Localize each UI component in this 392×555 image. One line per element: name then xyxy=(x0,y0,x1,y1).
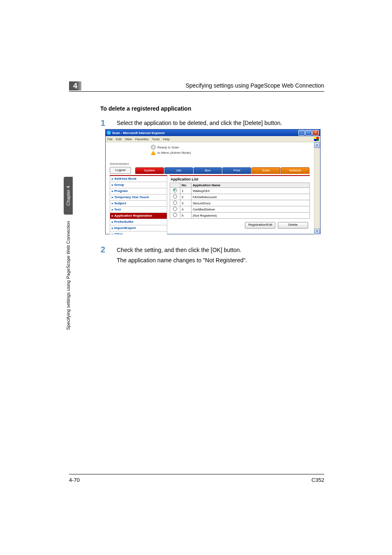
browser-window: Scan - Microsoft Internet Explorer _ □ X… xyxy=(105,129,321,234)
windows-flag-icon xyxy=(314,137,319,141)
window-title: Scan - Microsoft Internet Explorer xyxy=(112,131,165,135)
sidebar-item-program[interactable]: Program xyxy=(110,188,167,194)
table-row[interactable]: 5 (Not Registered) xyxy=(170,213,310,219)
footer-model: C352 xyxy=(311,477,324,483)
menubar: File Edit View Favorites Tools Help xyxy=(106,136,320,142)
application-list-table: No. Application Name 1 WalkupFAX 2 FAXwi… xyxy=(170,183,310,219)
table-row[interactable]: 1 WalkupFAX xyxy=(170,188,310,194)
header-rule xyxy=(69,91,324,92)
table-row[interactable]: 3 SecureDocs xyxy=(170,200,310,206)
sidebar-item-temp-one-touch[interactable]: Temporary One-Touch xyxy=(110,194,167,201)
minimize-button[interactable]: _ xyxy=(298,130,305,136)
section-heading: To delete a registered application xyxy=(100,105,191,112)
cell-no: 4 xyxy=(180,206,191,213)
radio-icon[interactable] xyxy=(173,194,177,199)
sidebar-item-text[interactable]: Text xyxy=(110,207,167,213)
tab-scan[interactable]: Scan xyxy=(251,167,280,174)
col-app-name: Application Name xyxy=(191,183,310,188)
sidebar-item-group[interactable]: Group xyxy=(110,182,167,188)
step-1-text: Select the application to be deleted, an… xyxy=(117,120,324,126)
status-warn-icon xyxy=(151,150,156,155)
cell-no: 1 xyxy=(180,188,191,194)
scroll-down-icon[interactable]: ▾ xyxy=(314,229,320,234)
menu-edit[interactable]: Edit xyxy=(116,137,122,141)
status-ready-text: Ready to Scan xyxy=(157,146,179,149)
menu-view[interactable]: View xyxy=(125,137,132,141)
radio-icon[interactable] xyxy=(173,201,177,205)
menu-tools[interactable]: Tools xyxy=(152,137,160,141)
tab-box[interactable]: Box xyxy=(194,167,222,174)
status-menu-link[interactable]: to Menu (Admin Mode) xyxy=(157,151,191,155)
cell-name: FAXwithAccount xyxy=(191,194,310,200)
footer-rule xyxy=(69,474,324,474)
tab-print[interactable]: Print xyxy=(222,167,251,174)
sidebar-item-app-registration[interactable]: Application Registration xyxy=(110,213,167,219)
cell-no: 3 xyxy=(180,200,191,206)
admin-label: Administrator xyxy=(110,162,129,166)
radio-icon[interactable] xyxy=(173,188,177,192)
cell-no: 2 xyxy=(180,194,191,200)
menu-file[interactable]: File xyxy=(107,137,113,141)
cell-name: CertifiedDeliver xyxy=(191,206,310,213)
sidebar-item-address-book[interactable]: Address Book xyxy=(110,176,167,182)
cell-no: 5 xyxy=(180,213,191,219)
browser-content: Ready to Scan to Menu (Admin Mode) Admin… xyxy=(106,142,314,234)
table-row[interactable]: 4 CertifiedDeliver xyxy=(170,206,310,213)
radio-icon[interactable] xyxy=(173,207,177,211)
scroll-up-icon[interactable]: ▴ xyxy=(314,142,320,148)
menu-favorites[interactable]: Favorites xyxy=(135,137,149,141)
main-panel: Application List No. Application Name 1 … xyxy=(170,175,310,232)
registration-edit-button[interactable]: Registration/Edit xyxy=(245,222,275,229)
menu-help[interactable]: Help xyxy=(163,137,169,141)
nav-tabs: Logout System Job Box Print Scan Network xyxy=(110,167,310,174)
delete-button[interactable]: Delete xyxy=(278,222,308,229)
cell-name: SecureDocs xyxy=(191,200,310,206)
step-2-number: 2 xyxy=(101,245,105,254)
table-row[interactable]: 2 FAXwithAccount xyxy=(170,194,310,200)
step-1-number: 1 xyxy=(101,118,105,128)
sidebar-item-import-export[interactable]: Import/Export xyxy=(110,225,167,231)
tab-system[interactable]: System xyxy=(135,167,164,174)
logout-button[interactable]: Logout xyxy=(110,167,131,174)
sidebar: Address Book Group Program Temporary One… xyxy=(110,175,167,232)
window-buttons: _ □ X xyxy=(298,130,319,136)
col-no: No. xyxy=(180,183,191,188)
maximize-button[interactable]: □ xyxy=(305,130,312,136)
page-header-title: Specifying settings using PageScope Web … xyxy=(185,82,324,89)
tab-job[interactable]: Job xyxy=(164,167,193,174)
scrollbar[interactable]: ▴ ▾ xyxy=(314,142,320,234)
step-2-text: Check the setting, and then click the [O… xyxy=(117,247,242,253)
step-2-text-2: The application name changes to "Not Reg… xyxy=(117,257,247,264)
footer-page-number: 4-70 xyxy=(69,477,80,483)
side-chapter-tab: Chapter 4 xyxy=(64,177,73,215)
tab-network[interactable]: Network xyxy=(281,167,309,174)
cell-name: (Not Registered) xyxy=(191,213,310,219)
status-ready-icon xyxy=(151,145,156,150)
titlebar: Scan - Microsoft Internet Explorer _ □ X xyxy=(106,130,320,136)
chapter-number-box: 4 xyxy=(69,81,81,90)
close-button[interactable]: X xyxy=(312,130,319,136)
ie-logo-icon xyxy=(107,131,111,135)
side-section-text: Specifying settings using PageScope Web … xyxy=(65,218,71,333)
col-select xyxy=(170,183,180,188)
radio-icon[interactable] xyxy=(173,213,177,217)
panel-title: Application List xyxy=(171,177,310,181)
cell-name: WalkupFAX xyxy=(191,188,310,194)
sidebar-item-subject[interactable]: Subject xyxy=(110,201,167,207)
sidebar-item-other[interactable]: Other xyxy=(110,231,167,234)
sidebar-item-prefix-suffix[interactable]: Prefix/Suffix xyxy=(110,219,167,225)
